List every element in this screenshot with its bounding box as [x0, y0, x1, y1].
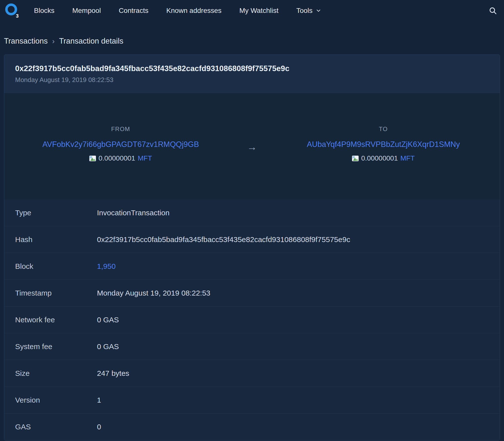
- transaction-details-card: 0x22f3917b5cc0fab5bad9fa345fbacc53f435e8…: [4, 55, 500, 441]
- detail-label: Size: [15, 369, 97, 378]
- detail-value: InvocationTransaction: [97, 209, 169, 217]
- detail-value: 247 bytes: [97, 369, 129, 378]
- asset-broken-image-icon: [89, 156, 96, 161]
- transfer-section: FROM AVFobKv2y7i66gbGPAGDT67zv1RMQQj9GB …: [4, 93, 500, 199]
- table-row-block: Block 1,950: [4, 253, 500, 280]
- nav-item-contracts[interactable]: Contracts: [119, 7, 149, 15]
- details-table: Type InvocationTransaction Hash 0x22f391…: [4, 199, 500, 440]
- detail-label: GAS: [15, 423, 97, 431]
- search-button[interactable]: [489, 6, 497, 15]
- table-row-timestamp: Timestamp Monday August 19, 2019 08:22:5…: [4, 280, 500, 306]
- from-address-link[interactable]: AVFobKv2y7i66gbGPAGDT67zv1RMQQj9GB: [42, 140, 199, 149]
- detail-value: 0 GAS: [97, 342, 119, 351]
- to-amount: 0.00000001 MFT: [267, 154, 500, 162]
- nav-item-my-watchlist[interactable]: My Watchlist: [239, 7, 279, 15]
- transfer-to: TO AUbaYqf4P9M9sRVPBbZutZjK6XqrD1SMNy 0.…: [267, 126, 500, 162]
- detail-label: System fee: [15, 342, 97, 351]
- detail-label: Type: [15, 209, 97, 217]
- transaction-header: 0x22f3917b5cc0fab5bad9fa345fbacc53f435e8…: [4, 55, 500, 93]
- table-row-size: Size 247 bytes: [4, 360, 500, 387]
- detail-value: 1: [97, 396, 101, 404]
- block-link[interactable]: 1,950: [97, 262, 116, 271]
- top-navigation: 3 Blocks Mempool Contracts Known address…: [0, 0, 504, 21]
- detail-label: Hash: [15, 235, 97, 244]
- transaction-hash-title: 0x22f3917b5cc0fab5bad9fa345fbacc53f435e8…: [15, 64, 489, 73]
- table-row-type: Type InvocationTransaction: [4, 199, 500, 226]
- nav-item-label: Blocks: [34, 7, 54, 15]
- breadcrumb: Transactions › Transaction details: [4, 37, 504, 46]
- detail-value: 0 GAS: [97, 316, 119, 324]
- detail-label: Timestamp: [15, 289, 97, 297]
- detail-label: Network fee: [15, 316, 97, 324]
- nav-item-known-addresses[interactable]: Known addresses: [166, 7, 221, 15]
- transfer-from: FROM AVFobKv2y7i66gbGPAGDT67zv1RMQQj9GB …: [4, 126, 237, 162]
- nav-item-label: Tools: [296, 7, 313, 15]
- detail-value: 0x22f3917b5cc0fab5bad9fa345fbacc53f435e8…: [97, 235, 350, 244]
- to-address-link[interactable]: AUbaYqf4P9M9sRVPBbZutZjK6XqrD1SMNy: [307, 140, 460, 149]
- from-amount-value: 0.00000001: [98, 154, 135, 162]
- o3-logo-ring-icon: [5, 3, 17, 15]
- detail-label: Block: [15, 262, 97, 271]
- asset-broken-image-icon: [352, 156, 359, 161]
- transfer-row: FROM AVFobKv2y7i66gbGPAGDT67zv1RMQQj9GB …: [4, 126, 500, 162]
- to-asset-link[interactable]: MFT: [400, 154, 415, 162]
- detail-value: Monday August 19, 2019 08:22:53: [97, 289, 210, 297]
- transaction-date: Monday August 19, 2019 08:22:53: [15, 76, 489, 84]
- nav-item-label: Contracts: [119, 7, 149, 15]
- from-amount: 0.00000001 MFT: [4, 154, 237, 162]
- nav-item-tools[interactable]: Tools: [296, 7, 321, 15]
- breadcrumb-separator-icon: ›: [52, 37, 55, 45]
- table-row-network-fee: Network fee 0 GAS: [4, 306, 500, 333]
- o3-logo[interactable]: 3: [5, 3, 20, 18]
- table-row-hash: Hash 0x22f3917b5cc0fab5bad9fa345fbacc53f…: [4, 226, 500, 253]
- nav-item-label: Mempool: [72, 7, 101, 15]
- to-label: TO: [267, 126, 500, 133]
- nav-item-mempool[interactable]: Mempool: [72, 7, 101, 15]
- detail-label: Version: [15, 396, 97, 404]
- nav-item-label: My Watchlist: [239, 7, 279, 15]
- transfer-arrow-icon: →: [237, 126, 267, 153]
- nav-item-blocks[interactable]: Blocks: [34, 7, 54, 15]
- table-row-version: Version 1: [4, 387, 500, 413]
- table-row-system-fee: System fee 0 GAS: [4, 333, 500, 360]
- search-icon: [489, 6, 497, 15]
- table-row-gas: GAS 0: [4, 413, 500, 440]
- nav-item-label: Known addresses: [166, 7, 221, 15]
- chevron-down-icon: [315, 8, 321, 14]
- breadcrumb-transactions[interactable]: Transactions: [4, 37, 48, 46]
- to-amount-value: 0.00000001: [361, 154, 398, 162]
- o3-logo-subscript: 3: [15, 13, 19, 19]
- from-label: FROM: [4, 126, 237, 133]
- from-asset-link[interactable]: MFT: [138, 154, 152, 162]
- breadcrumb-current: Transaction details: [59, 37, 123, 46]
- detail-value: 0: [97, 423, 101, 431]
